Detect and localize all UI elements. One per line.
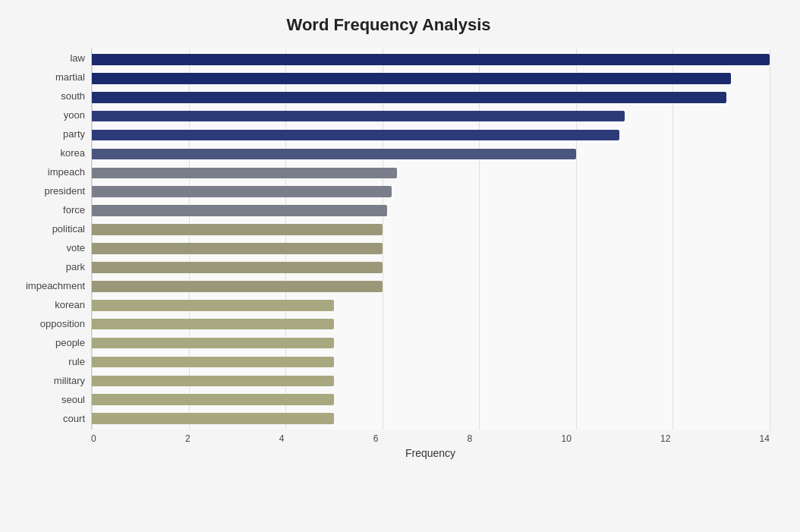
y-label: opposition xyxy=(8,314,91,333)
bar xyxy=(92,357,334,368)
bar-row xyxy=(92,69,770,88)
bars-wrapper xyxy=(92,49,770,430)
bar xyxy=(92,130,619,141)
bar-row xyxy=(92,258,770,277)
bar xyxy=(92,300,334,311)
bar xyxy=(92,186,392,197)
x-axis-title: Frequency xyxy=(91,447,770,459)
bar-row xyxy=(92,88,770,107)
x-axis-section: 02468101214 Frequency xyxy=(91,430,770,459)
y-label: impeach xyxy=(8,162,91,181)
y-label: party xyxy=(8,124,91,143)
bar-row xyxy=(92,371,770,390)
x-tick-label: 2 xyxy=(185,433,191,444)
x-tick-label: 4 xyxy=(279,433,285,444)
bar-row xyxy=(92,353,770,372)
bar xyxy=(92,111,625,122)
y-label: law xyxy=(8,49,91,68)
bar xyxy=(92,319,334,330)
y-label: martial xyxy=(8,68,91,87)
y-label: political xyxy=(8,219,91,238)
y-label: seoul xyxy=(8,390,91,409)
y-label: park xyxy=(8,257,91,276)
x-tick-label: 14 xyxy=(760,433,770,444)
bar-row xyxy=(92,277,770,296)
y-label: vote xyxy=(8,238,91,257)
bar xyxy=(92,92,726,103)
bar xyxy=(92,73,731,84)
chart-title: Word Frequency Analysis xyxy=(8,15,770,35)
bar xyxy=(92,376,334,387)
bar xyxy=(92,168,397,179)
y-label: impeachment xyxy=(8,276,91,295)
x-tick-label: 6 xyxy=(373,433,379,444)
bar xyxy=(92,281,383,292)
y-label: south xyxy=(8,87,91,105)
bar-row xyxy=(92,315,770,334)
y-label: korean xyxy=(8,295,91,314)
x-tick-label: 8 xyxy=(468,433,473,444)
y-label: court xyxy=(8,409,91,428)
bar xyxy=(92,262,383,273)
bar-row xyxy=(92,409,770,428)
y-label: military xyxy=(8,371,91,390)
bar-row xyxy=(92,390,770,409)
bar xyxy=(92,338,334,349)
bar xyxy=(92,54,770,65)
bar-row xyxy=(92,220,770,239)
bars-section: lawmartialsouthyoonpartykoreaimpeachpres… xyxy=(8,49,770,430)
bar-row xyxy=(92,163,770,182)
bar-row xyxy=(92,107,770,126)
y-label: force xyxy=(8,200,91,219)
y-label: korea xyxy=(8,143,91,162)
y-label: people xyxy=(8,333,91,352)
x-tick-labels: 02468101214 xyxy=(91,430,770,444)
grid-line xyxy=(770,49,770,430)
chart-container: Word Frequency Analysis lawmartialsouthy… xyxy=(0,0,800,532)
bar-row xyxy=(92,126,770,145)
y-labels: lawmartialsouthyoonpartykoreaimpeachpres… xyxy=(8,49,91,430)
bar xyxy=(92,243,383,254)
bar-row xyxy=(92,334,770,353)
y-label: president xyxy=(8,181,91,200)
bar-row xyxy=(92,50,770,69)
bar xyxy=(92,149,576,160)
chart-area: lawmartialsouthyoonpartykoreaimpeachpres… xyxy=(8,49,770,459)
bar xyxy=(92,394,334,405)
bar xyxy=(92,205,387,216)
bar-row xyxy=(92,182,770,201)
x-tick-label: 10 xyxy=(561,433,571,444)
bar-row xyxy=(92,239,770,258)
y-label: rule xyxy=(8,352,91,371)
bar-row xyxy=(92,296,770,315)
bar xyxy=(92,224,383,235)
bars-and-grid xyxy=(91,49,770,430)
y-label: yoon xyxy=(8,105,91,124)
bar-row xyxy=(92,201,770,220)
bar xyxy=(92,413,334,424)
x-tick-label: 0 xyxy=(91,433,96,444)
x-tick-label: 12 xyxy=(660,433,670,444)
bar-row xyxy=(92,145,770,164)
